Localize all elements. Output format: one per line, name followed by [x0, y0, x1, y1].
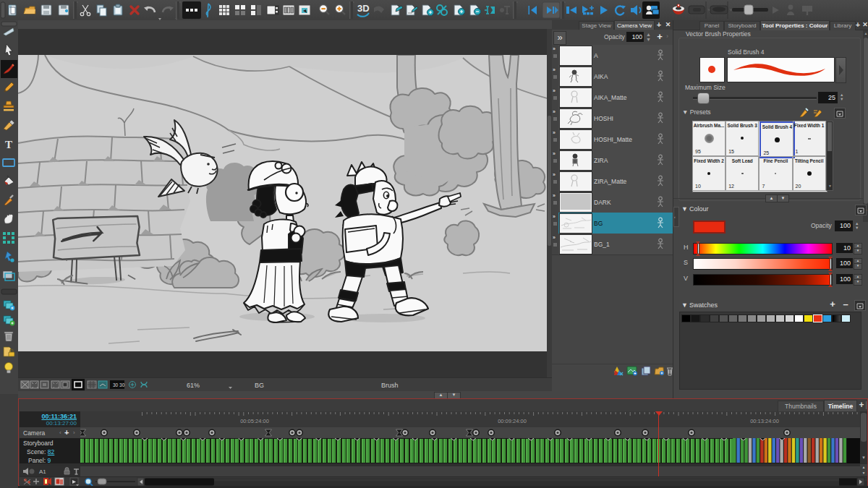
svg-text:00:09:24:00: 00:09:24:00 [498, 418, 527, 424]
svg-text:T: T [5, 139, 12, 150]
svg-text:61%: 61% [187, 382, 200, 389]
svg-text:00:13:24:00: 00:13:24:00 [750, 418, 779, 424]
svg-text:00:05:24:00: 00:05:24:00 [240, 418, 269, 424]
svg-text:A1: A1 [39, 468, 46, 475]
svg-text:Brush: Brush [381, 382, 399, 389]
svg-text:30 30: 30 30 [113, 382, 125, 388]
svg-text:BG: BG [255, 382, 264, 389]
